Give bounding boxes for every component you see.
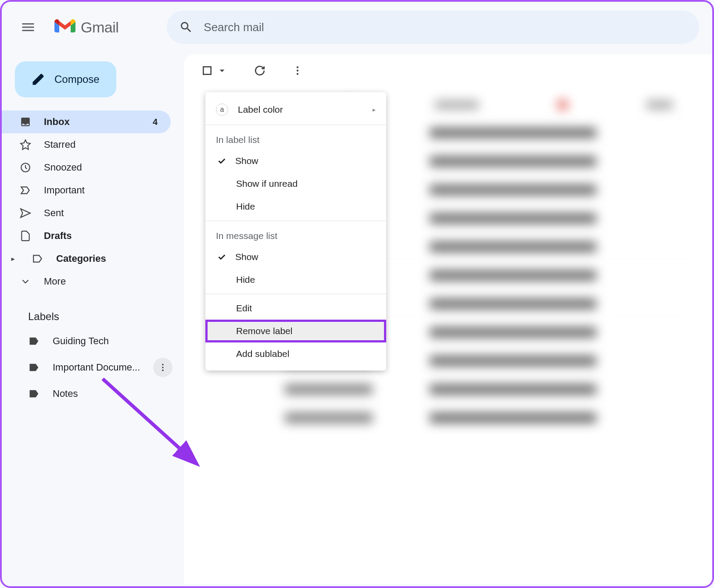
drafts-label: Drafts bbox=[44, 230, 72, 242]
check-icon bbox=[216, 156, 227, 166]
compose-button[interactable]: Compose bbox=[15, 61, 116, 97]
menu-label: Show bbox=[235, 252, 258, 262]
more-vertical-icon bbox=[292, 65, 303, 76]
tag-icon bbox=[28, 361, 40, 374]
more-vertical-icon bbox=[158, 363, 168, 372]
menu-label: Hide bbox=[236, 274, 255, 285]
tag-icon bbox=[28, 335, 40, 347]
pencil-icon bbox=[32, 73, 45, 86]
important-label: Important bbox=[44, 185, 85, 196]
starred-label: Starred bbox=[44, 139, 75, 150]
svg-point-7 bbox=[297, 73, 298, 75]
menu-section-label-list: In label list bbox=[205, 128, 386, 150]
menu-label: Edit bbox=[236, 303, 252, 314]
app-header: Gmail Search mail bbox=[2, 2, 712, 53]
checkbox-icon bbox=[201, 65, 213, 76]
label-color-swatch: a bbox=[216, 103, 228, 116]
logo-text: Gmail bbox=[81, 19, 118, 36]
svg-point-3 bbox=[162, 370, 164, 371]
menu-item-add-sublabel[interactable]: Add sublabel bbox=[205, 342, 386, 365]
sidebar-item-sent[interactable]: Sent bbox=[2, 202, 171, 225]
select-all-checkbox[interactable] bbox=[201, 65, 228, 76]
label-more-button[interactable] bbox=[153, 358, 172, 377]
sent-icon bbox=[19, 207, 32, 219]
labels-section-header: Labels bbox=[11, 293, 179, 330]
svg-point-1 bbox=[162, 364, 164, 366]
refresh-icon bbox=[254, 65, 266, 76]
label-text: Guiding Tech bbox=[53, 335, 109, 347]
important-icon bbox=[19, 184, 32, 196]
inbox-label: Inbox bbox=[44, 116, 70, 128]
check-icon bbox=[216, 252, 227, 262]
sidebar-item-starred[interactable]: Starred bbox=[2, 133, 171, 156]
menu-item-show-if-unread[interactable]: Show if unread bbox=[205, 172, 386, 195]
compose-label: Compose bbox=[54, 73, 100, 86]
caret-down-icon bbox=[216, 65, 228, 76]
svg-point-2 bbox=[162, 367, 164, 368]
menu-divider bbox=[205, 221, 386, 221]
svg-point-6 bbox=[297, 70, 298, 71]
clock-icon bbox=[19, 161, 32, 174]
menu-item-edit[interactable]: Edit bbox=[205, 297, 386, 320]
sidebar-item-important[interactable]: Important bbox=[2, 179, 171, 202]
menu-label: Show bbox=[235, 156, 258, 166]
more-label: More bbox=[44, 276, 66, 287]
refresh-button[interactable] bbox=[254, 65, 266, 76]
tag-icon bbox=[28, 388, 40, 400]
drafts-icon bbox=[19, 230, 32, 242]
sidebar-nav: Inbox 4 Starred Snoozed Important Sent bbox=[11, 110, 179, 293]
menu-label: Show if unread bbox=[236, 178, 298, 189]
label-context-menu: a Label color ▸ In label list Show Show … bbox=[205, 92, 386, 371]
sidebar-item-drafts[interactable]: Drafts bbox=[2, 225, 171, 247]
gmail-logo[interactable]: Gmail bbox=[54, 19, 118, 36]
label-text: Important Docume... bbox=[53, 362, 140, 373]
label-item-important-documents[interactable]: Important Docume... bbox=[11, 353, 179, 382]
sidebar-item-categories[interactable]: ▸ Categories bbox=[2, 247, 171, 270]
menu-divider bbox=[205, 294, 386, 294]
sidebar-item-inbox[interactable]: Inbox 4 bbox=[2, 110, 171, 133]
svg-rect-4 bbox=[203, 67, 211, 74]
inbox-icon bbox=[19, 116, 32, 128]
sidebar-item-more[interactable]: More bbox=[2, 270, 171, 293]
snoozed-label: Snoozed bbox=[44, 162, 82, 173]
sidebar-item-snoozed[interactable]: Snoozed bbox=[2, 156, 171, 179]
menu-label: Label color bbox=[238, 104, 283, 115]
mail-toolbar bbox=[184, 54, 712, 87]
label-item-guiding-tech[interactable]: Guiding Tech bbox=[11, 330, 179, 353]
categories-label: Categories bbox=[56, 253, 106, 264]
chevron-right-icon: ▸ bbox=[373, 106, 376, 113]
menu-item-show-label[interactable]: Show bbox=[205, 150, 386, 172]
star-icon bbox=[19, 139, 32, 151]
menu-label: Add sublabel bbox=[236, 349, 289, 359]
search-placeholder: Search mail bbox=[204, 21, 264, 34]
search-bar[interactable]: Search mail bbox=[167, 11, 699, 44]
inbox-count: 4 bbox=[153, 117, 162, 127]
menu-section-message-list: In message list bbox=[205, 224, 386, 246]
search-icon bbox=[179, 20, 193, 34]
menu-item-hide-message[interactable]: Hide bbox=[205, 268, 386, 291]
chevron-down-icon bbox=[19, 275, 32, 288]
menu-label: Remove label bbox=[236, 326, 292, 336]
label-icon bbox=[32, 253, 44, 265]
more-actions-button[interactable] bbox=[292, 65, 303, 76]
sent-label: Sent bbox=[44, 207, 64, 219]
menu-item-remove-label[interactable]: Remove label bbox=[205, 320, 386, 342]
hamburger-menu-icon[interactable] bbox=[15, 14, 41, 40]
menu-item-hide-label[interactable]: Hide bbox=[205, 195, 386, 218]
menu-item-label-color[interactable]: a Label color ▸ bbox=[205, 97, 386, 122]
menu-label: Hide bbox=[236, 201, 255, 212]
gmail-logo-icon bbox=[54, 19, 75, 35]
sidebar: Compose Inbox 4 Starred Snoozed Importan… bbox=[2, 53, 184, 584]
svg-point-5 bbox=[297, 66, 298, 68]
menu-item-show-message[interactable]: Show bbox=[205, 246, 386, 268]
label-text: Notes bbox=[53, 388, 78, 399]
label-item-notes[interactable]: Notes bbox=[11, 382, 179, 405]
menu-divider bbox=[205, 125, 386, 125]
caret-right-icon: ▸ bbox=[11, 255, 19, 262]
